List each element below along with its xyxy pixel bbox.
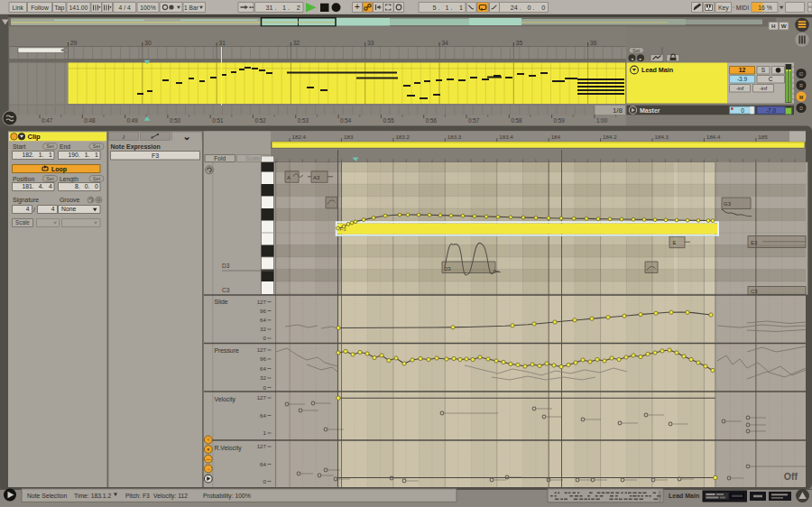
svg-text:127: 127 xyxy=(257,299,267,305)
svg-text:4: 4 xyxy=(51,206,55,212)
svg-text:Length: Length xyxy=(60,176,78,183)
svg-text:0: 0 xyxy=(95,183,98,189)
svg-text:MIDI: MIDI xyxy=(736,5,749,11)
svg-text:Master: Master xyxy=(640,107,660,114)
svg-text:0: 0 xyxy=(263,384,267,391)
svg-text:30: 30 xyxy=(144,40,152,46)
svg-text:Set: Set xyxy=(93,176,101,181)
svg-text:31 .: 31 . xyxy=(266,4,277,12)
svg-text:183.4: 183.4 xyxy=(499,134,513,140)
svg-text:Key: Key xyxy=(718,5,729,12)
svg-text:127: 127 xyxy=(257,346,267,353)
svg-text:64: 64 xyxy=(260,365,266,372)
svg-text:Tap: Tap xyxy=(54,5,64,12)
svg-text:4: 4 xyxy=(49,183,52,189)
svg-text:G3: G3 xyxy=(724,201,732,207)
svg-text:Signature: Signature xyxy=(13,197,39,204)
svg-text:Set: Set xyxy=(46,143,54,149)
svg-text:-inf: -inf xyxy=(736,85,744,91)
svg-text:-7.0: -7.0 xyxy=(766,107,777,114)
svg-text:A: A xyxy=(287,175,291,180)
svg-text:35: 35 xyxy=(516,40,523,46)
svg-text:4.: 4. xyxy=(39,183,44,189)
svg-text:8.: 8. xyxy=(75,183,80,189)
svg-text:5 .: 5 . xyxy=(432,4,439,12)
svg-text:D: D xyxy=(799,106,803,111)
svg-text:0:49: 0:49 xyxy=(127,117,139,124)
svg-text:0: 0 xyxy=(541,4,545,12)
svg-text:Lead Main: Lead Main xyxy=(669,493,699,499)
svg-text:0:53: 0:53 xyxy=(298,117,309,124)
svg-text:R.Velocity: R.Velocity xyxy=(214,445,242,452)
svg-text:0: 0 xyxy=(263,478,267,484)
svg-text:64: 64 xyxy=(260,412,266,419)
svg-text:34: 34 xyxy=(442,40,449,46)
svg-text:1: 1 xyxy=(49,152,52,158)
svg-text:2: 2 xyxy=(297,4,300,12)
svg-text:184: 184 xyxy=(551,134,561,140)
svg-text:→: → xyxy=(206,466,210,471)
svg-text:0:48: 0:48 xyxy=(84,117,96,124)
svg-text:Pitch: F3: Pitch: F3 xyxy=(125,493,150,499)
svg-text:►: ► xyxy=(639,57,642,61)
svg-text:C: C xyxy=(769,76,773,82)
svg-text:Fold: Fold xyxy=(214,155,226,161)
svg-text:Set: Set xyxy=(46,176,54,181)
svg-text:Follow: Follow xyxy=(31,5,49,11)
svg-text:H: H xyxy=(771,23,776,29)
svg-text:24 .: 24 . xyxy=(511,4,521,12)
svg-text:4 / 4: 4 / 4 xyxy=(119,5,131,11)
svg-text:Position: Position xyxy=(13,176,34,182)
svg-text:-inf: -inf xyxy=(760,85,768,91)
svg-text:◄: ◄ xyxy=(630,57,633,61)
svg-text:Probability: 100%: Probability: 100% xyxy=(203,493,251,500)
svg-text:184.2: 184.2 xyxy=(603,134,617,140)
svg-text:127: 127 xyxy=(257,394,267,401)
svg-text:183: 183 xyxy=(344,134,354,140)
svg-text:S: S xyxy=(761,67,766,73)
svg-text:1: 1 xyxy=(459,4,463,12)
svg-text:12: 12 xyxy=(739,67,746,73)
svg-text:Note Expression: Note Expression xyxy=(111,143,161,151)
svg-text:Time: 183.1.2: Time: 183.1.2 xyxy=(74,493,112,499)
svg-text:0:59: 0:59 xyxy=(554,117,566,124)
svg-text:Groove: Groove xyxy=(60,197,80,203)
svg-text:C3: C3 xyxy=(751,289,758,294)
svg-text:1 .: 1 . xyxy=(445,4,452,12)
svg-text:+: + xyxy=(355,2,360,12)
svg-text:127: 127 xyxy=(257,443,267,449)
svg-text:190.: 190. xyxy=(68,152,79,158)
svg-text:Off: Off xyxy=(784,471,798,482)
svg-text:Link: Link xyxy=(13,5,24,11)
svg-text:IO: IO xyxy=(799,72,804,77)
svg-text:0.: 0. xyxy=(85,183,90,189)
svg-text:0: 0 xyxy=(263,335,267,341)
svg-text:16 %: 16 % xyxy=(758,5,772,11)
svg-text:32: 32 xyxy=(260,374,266,381)
svg-text:0:57: 0:57 xyxy=(468,117,480,124)
svg-text:Scale: Scale xyxy=(245,155,261,161)
svg-text:96: 96 xyxy=(260,355,266,362)
svg-text:1/8: 1/8 xyxy=(613,106,623,115)
svg-text:96: 96 xyxy=(260,308,266,314)
svg-text:64: 64 xyxy=(260,317,266,323)
svg-text:1:00: 1:00 xyxy=(596,117,608,124)
svg-text:0:58: 0:58 xyxy=(511,117,522,124)
svg-text:100%: 100% xyxy=(140,5,155,11)
svg-text:Set: Set xyxy=(632,48,641,53)
svg-text:Set: Set xyxy=(93,143,101,149)
svg-text:A3: A3 xyxy=(313,175,320,180)
svg-text:0 .: 0 . xyxy=(527,4,534,12)
svg-text:32: 32 xyxy=(293,40,300,46)
svg-text:Lead Main: Lead Main xyxy=(641,66,673,74)
svg-text:Pressure: Pressure xyxy=(214,347,238,354)
svg-text:31: 31 xyxy=(219,40,226,46)
svg-text:181.: 181. xyxy=(22,183,33,189)
svg-text:1 .: 1 . xyxy=(282,4,290,12)
svg-text:≈: ≈ xyxy=(207,437,209,442)
svg-text:1: 1 xyxy=(95,152,98,158)
svg-text:182.: 182. xyxy=(22,152,33,158)
svg-text:141.00: 141.00 xyxy=(69,5,88,11)
svg-text:None: None xyxy=(61,206,76,212)
svg-text:182.4: 182.4 xyxy=(292,134,307,140)
